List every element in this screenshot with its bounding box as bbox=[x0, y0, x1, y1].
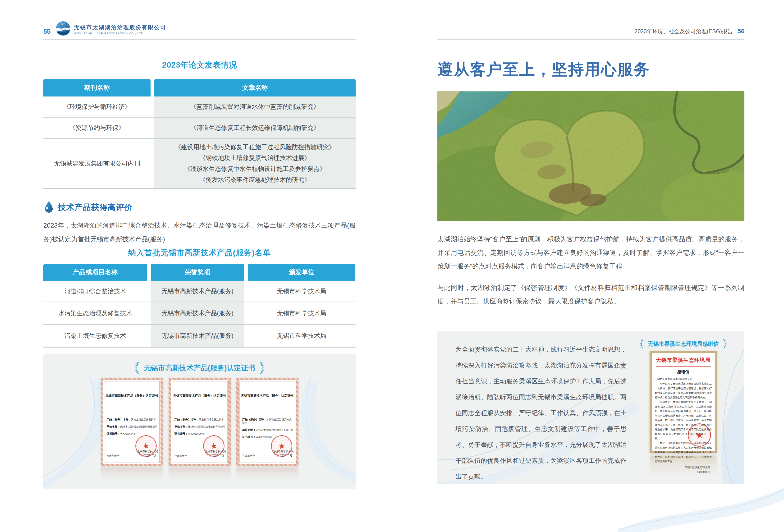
column-header: 荣誉奖项 bbox=[151, 263, 244, 281]
certificate-title: 无锡市高新技术产品（服务）认定证书 bbox=[173, 394, 226, 398]
section-heading: 技术产品获得高评价 bbox=[58, 202, 133, 213]
award-cell: 无锡市高新技术产品(服务) bbox=[151, 281, 244, 302]
papers-table: 期刊名称 文章名称 《环境保护与循环经济》 《蓝藻削减装置对河道水体中蓝藻的削减… bbox=[44, 79, 356, 189]
laurel-left-icon bbox=[134, 361, 140, 375]
field-value: 无锡市太湖湖泊治理股份有限公司 bbox=[188, 425, 225, 428]
journal-cell: 无锡城建发展集团有限公司内刊 bbox=[44, 139, 150, 188]
hightech-table: 产品或项目名称 荣誉奖项 颁发单位 河道排口综合整治技术 无锡市高新技术产品(服… bbox=[44, 263, 356, 347]
article-line: 《突发水污染事件应急处理技术的研究》 bbox=[200, 174, 311, 185]
column-header: 颁发单位 bbox=[248, 263, 355, 281]
journal-cell: 《环境保护与循环经济》 bbox=[44, 96, 150, 117]
field-label: 证书编号： bbox=[242, 436, 256, 438]
cert-panel-title: 无锡市高新技术产品(服务)认定证书 bbox=[144, 363, 255, 373]
table-row: 污染土壤生态修复技术 无锡市高新技术产品(服务) 无锡市科学技术局 bbox=[44, 324, 356, 347]
field-label: 单位名称： bbox=[242, 428, 256, 431]
letter-reflection bbox=[650, 455, 717, 481]
laurel-left-icon bbox=[639, 338, 644, 349]
field-label: 证书编号： bbox=[174, 432, 188, 435]
tech-paragraph: 2023年，太湖湖泊的河道排口综合整治技术、水污染生态治理及修复技术、污染土壤生… bbox=[44, 219, 356, 246]
field-label: 产品（服务）名称： bbox=[174, 418, 199, 421]
header-right: 2023年环境、社会及公司治理(ESG)报告56 bbox=[438, 28, 745, 35]
company-name-en: WUXI TAIHU LAKE RESTORATION CO., LTD bbox=[74, 32, 166, 35]
hightech-table-header: 产品或项目名称 荣誉奖项 颁发单位 bbox=[44, 263, 356, 281]
validity-text: 有效期伍年 bbox=[174, 454, 187, 457]
certificate-title: 无锡市高新技术产品（服务）认定证书 bbox=[241, 394, 294, 398]
product-cell: 水污染生态治理及修复技术 bbox=[44, 302, 147, 324]
report-title: 2023年环境、社会及公司治理(ESG)报告 bbox=[635, 28, 733, 34]
letter-title: 无锡市梁溪生态环境局感谢信 bbox=[648, 340, 719, 347]
certificate-title: 无锡市高新技术产品（服务）认定证书 bbox=[106, 394, 158, 398]
table-row: 水污染生态治理及修复技术 无锡市高新技术产品(服务) 无锡市科学技术局 bbox=[44, 302, 356, 324]
certificate-row: 无锡市高新技术产品（服务）认定证书 产品（服务）名称：污染土壤生态修复技术 单位… bbox=[44, 378, 356, 466]
column-header: 产品或项目名称 bbox=[44, 263, 147, 281]
letter-paragraph: 今年以来，无锡市梁溪区全面贯彻落实党的二十大精神，践行习近平生态文明思想，持续深… bbox=[655, 382, 712, 400]
certificate-fields: 产品（服务）名称：污染土壤生态修复技术 单位名称：无锡市太湖湖泊治理股份有限公司… bbox=[107, 418, 158, 439]
page-number-right: 56 bbox=[737, 28, 745, 35]
field-label: 单位名称： bbox=[174, 425, 188, 428]
letter-salutation: 无锡市太湖湖泊治理股份有限公司： bbox=[655, 377, 712, 382]
laurel-right-icon bbox=[259, 361, 265, 375]
company-logo-icon bbox=[55, 21, 71, 36]
header-divider-left bbox=[44, 39, 356, 39]
issuer-cell: 无锡市科学技术局 bbox=[248, 302, 355, 324]
confidentiality-paragraph: 与此同时，太湖湖泊制定了《保密管理制度》《文件材料归档范围和档案保管期限管理规定… bbox=[438, 281, 745, 308]
certificates-panel: 无锡市高新技术产品(服务)认定证书 无锡市高新技术产品（服务）认定证书 产品（服… bbox=[44, 354, 356, 489]
heart-wetland-photo bbox=[438, 91, 745, 221]
field-value: 无锡市太湖湖泊治理股份有限公司 bbox=[120, 425, 158, 428]
article-line: 《建设用地土壤污染修复工程施工过程风险防控措施研究》 bbox=[175, 142, 335, 152]
table-row: 《资源节约与环保》 《河道生态修复工程长效运维保障机制的研究》 bbox=[44, 117, 356, 138]
product-cell: 河道排口综合整治技术 bbox=[44, 281, 147, 302]
column-header: 期刊名称 bbox=[44, 79, 150, 96]
certificate-1: 无锡市高新技术产品（服务）认定证书 产品（服务）名称：污染土壤生态修复技术 单位… bbox=[101, 378, 163, 466]
field-label: 单位名称： bbox=[107, 425, 120, 428]
validity-text: 有效期伍年 bbox=[107, 454, 119, 457]
certificate-reflection bbox=[236, 468, 299, 484]
hightech-table-title: 纳入首批无锡市高新技术产品(服务)名单 bbox=[44, 248, 356, 258]
cert-panel-title-row: 无锡市高新技术产品(服务)认定证书 bbox=[44, 361, 356, 375]
page-main-title: 遵从客户至上，坚持用心服务 bbox=[438, 59, 745, 80]
field-value: WX2022G0669 bbox=[256, 436, 272, 438]
field-value: 污染土壤生态修复技术 bbox=[131, 418, 156, 421]
table-row: 《环境保护与循环经济》 《蓝藻削减装置对河道水体中蓝藻的削减研究》 bbox=[44, 96, 356, 117]
papers-table-title: 2023年论文发表情况 bbox=[44, 60, 356, 71]
page-number-left: 55 bbox=[44, 28, 51, 35]
letter-heading: 感谢信 bbox=[655, 369, 712, 374]
thank-you-letter: 无锡市梁溪生态环境局 感谢信 无锡市太湖湖泊治理股份有限公司： 今年以来，无锡市… bbox=[650, 351, 717, 453]
field-value: WX2022G0668 bbox=[188, 432, 204, 435]
field-label: 产品（服务）名称： bbox=[242, 418, 267, 421]
journal-cell: 《资源节约与环保》 bbox=[44, 118, 150, 138]
certificate-reflection bbox=[169, 468, 231, 484]
thank-you-panel: 为全面贯彻落实党的二十大精神，践行习近平生态文明思想，持续深入打好污染防治攻坚战… bbox=[438, 331, 745, 484]
water-drop-icon bbox=[44, 201, 54, 213]
company-name-cn: 无锡市太湖湖泊治理股份有限公司 bbox=[74, 24, 166, 31]
award-cell: 无锡市高新技术产品(服务) bbox=[151, 302, 244, 324]
article-cell: 《建设用地土壤污染修复工程施工过程风险防控措施研究》 《钢铁地块土壤修复废气治理… bbox=[154, 139, 356, 188]
letter-title-row: 无锡市梁溪生态环境局感谢信 bbox=[636, 338, 731, 349]
certificate-2: 无锡市高新技术产品（服务）认定证书 产品（服务）名称：河道排口综合整治技术 单位… bbox=[169, 378, 231, 466]
field-label: 证书编号： bbox=[107, 432, 120, 435]
column-header: 文章名称 bbox=[154, 79, 356, 96]
award-cell: 无锡市高新技术产品(服务) bbox=[151, 325, 244, 346]
certificate-fields: 产品（服务）名称：河道排口综合整治技术 单位名称：无锡市太湖湖泊治理股份有限公司… bbox=[174, 418, 226, 439]
field-value: 河道排口综合整治技术 bbox=[199, 418, 224, 421]
issuer-cell: 无锡市科学技术局 bbox=[248, 281, 355, 302]
esg-report-spread: 55 无锡市太湖湖泊治理股份有限公司 WUXI TAIHU LAKE RESTO… bbox=[0, 0, 784, 532]
certificate-3: 无锡市高新技术产品（服务）认定证书 产品（服务）名称：水污染生态治理及修复技术 … bbox=[236, 378, 299, 466]
certificate-reflections bbox=[44, 468, 356, 484]
article-line: 《浅谈水生态修复中水生植物设计施工及养护要点》 bbox=[184, 163, 326, 174]
article-cell: 《蓝藻削减装置对河道水体中蓝藻的削减研究》 bbox=[154, 96, 356, 117]
field-label: 产品（服务）名称： bbox=[107, 418, 131, 421]
laurel-right-icon bbox=[723, 338, 727, 349]
certificate-reflection bbox=[101, 468, 163, 484]
table-row: 河道排口综合整治技术 无锡市高新技术产品(服务) 无锡市科学技术局 bbox=[44, 281, 356, 302]
header-divider-right bbox=[438, 39, 745, 39]
letter-org-header: 无锡市梁溪生态环境局 bbox=[655, 357, 712, 364]
customer-first-paragraph: 太湖湖泊始终坚持“客户至上”的原则，积极为客户权益保驾护航，持续为客户提供高品质… bbox=[438, 232, 745, 273]
article-cell: 《河道生态修复工程长效运维保障机制的研究》 bbox=[154, 118, 356, 138]
corner-wave-decoration bbox=[618, 482, 784, 532]
article-line: 《钢铁地块土壤修复废气治理技术进展》 bbox=[200, 152, 311, 163]
papers-table-header: 期刊名称 文章名称 bbox=[44, 79, 356, 96]
issuer-cell: 无锡市科学技术局 bbox=[248, 325, 355, 346]
field-value: 无锡市太湖湖泊治理股份有限公司 bbox=[256, 429, 293, 431]
table-row: 无锡城建发展集团有限公司内刊 《建设用地土壤污染修复工程施工过程风险防控措施研究… bbox=[44, 138, 356, 189]
